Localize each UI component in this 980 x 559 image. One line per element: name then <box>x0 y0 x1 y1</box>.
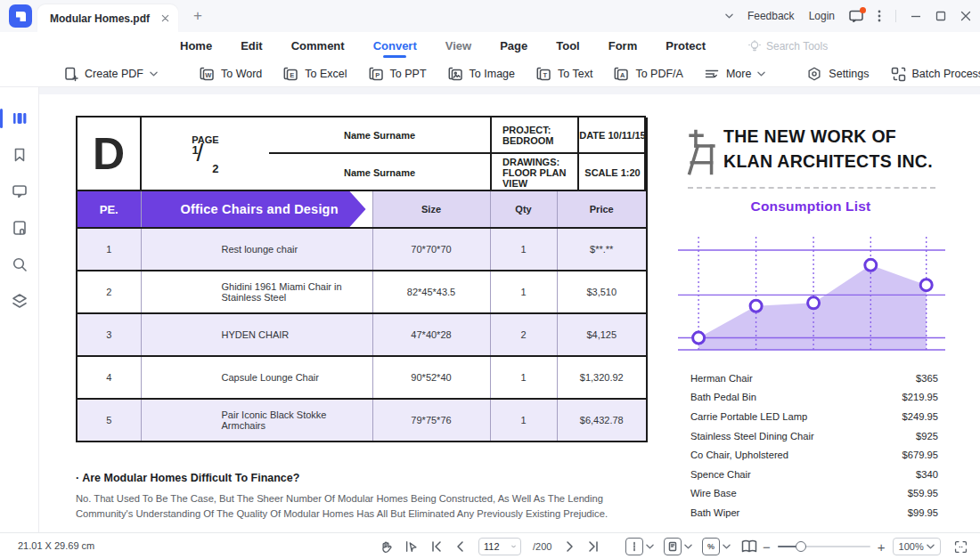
menu-protect[interactable]: Protect <box>666 32 706 61</box>
kebab-menu-icon[interactable] <box>878 10 881 22</box>
sidebar-item-thumbnails[interactable] <box>0 100 39 136</box>
close-tab-icon[interactable] <box>161 14 169 22</box>
search-tools[interactable]: Search Tools <box>748 40 828 53</box>
zoom-slider[interactable] <box>778 541 870 552</box>
zoom-mode-button[interactable]: % <box>702 538 731 555</box>
new-tab-icon[interactable]: + <box>189 7 207 25</box>
item-price: $249.95 <box>902 411 938 422</box>
to-pdfa-button[interactable]: A To PDF/A <box>613 66 683 82</box>
zoom-in-icon[interactable]: + <box>878 540 886 554</box>
row-pe: 5 <box>77 399 141 442</box>
to-word-label: To Word <box>221 68 262 80</box>
zoom-level-box[interactable]: 100% <box>893 538 941 555</box>
menu-comment[interactable]: Comment <box>291 32 345 61</box>
chevron-down-icon <box>723 544 731 549</box>
slider-knob[interactable] <box>796 541 806 552</box>
settings-gear-icon <box>806 66 822 82</box>
row-price: $3,510 <box>557 271 647 313</box>
search-tools-label: Search Tools <box>766 40 828 53</box>
divider <box>895 10 896 22</box>
batch-process-button[interactable]: Batch Process <box>890 66 980 82</box>
settings-button[interactable]: Settings <box>806 66 869 82</box>
row-size: 47*40*28 <box>372 313 490 356</box>
batch-process-label: Batch Process <box>912 68 980 80</box>
sidebar-item-bookmarks[interactable] <box>0 136 39 173</box>
last-page-icon[interactable] <box>587 540 600 553</box>
sidebar-item-search[interactable] <box>0 246 39 282</box>
more-button[interactable]: More <box>704 66 765 82</box>
zoom-out-icon[interactable]: − <box>763 540 771 554</box>
title-bar: Modular Homes.pdf + Feedback Login <box>0 0 980 32</box>
app-logo[interactable] <box>9 4 32 28</box>
to-pdfa-label: To PDF/A <box>635 68 683 80</box>
scroll-mode-button[interactable] <box>625 538 654 555</box>
menu-edit[interactable]: Edit <box>241 32 263 61</box>
first-page-icon[interactable] <box>430 540 443 553</box>
next-page-icon[interactable] <box>563 540 576 553</box>
item-price: $925 <box>916 431 938 442</box>
zoom-level: 100% <box>899 541 924 552</box>
book-icon[interactable] <box>740 539 758 555</box>
prev-page-icon[interactable] <box>454 540 467 553</box>
svg-text:E: E <box>290 71 295 79</box>
size-header: Size <box>372 190 490 228</box>
to-text-button[interactable]: T To Text <box>535 66 592 82</box>
faq-question: · Are Modular Homes Difficult To Finance… <box>76 472 299 484</box>
table-header-row: PE. Office Chairs and Design Size Qty Pr… <box>77 190 647 228</box>
to-excel-button[interactable]: E To Excel <box>282 66 347 82</box>
minimize-icon[interactable] <box>911 11 921 21</box>
menu-home[interactable]: Home <box>180 32 212 61</box>
document-viewport: D Name Surname PROJECT: BEDROOM DATE 10/… <box>39 87 980 532</box>
item-price: $365 <box>916 373 938 384</box>
hand-icon[interactable] <box>379 539 393 554</box>
tabs-dropdown-icon[interactable] <box>725 13 733 19</box>
to-image-label: To Image <box>470 68 515 80</box>
to-ppt-label: To PPT <box>390 68 427 80</box>
menu-view[interactable]: View <box>445 32 471 61</box>
menu-form[interactable]: Form <box>608 32 638 61</box>
list-item: Wire Base$59.95 <box>690 484 938 504</box>
row-pe: 2 <box>77 271 141 313</box>
close-window-icon[interactable] <box>960 11 971 21</box>
table-row: 5 Pair Iconic Black Stokke Armchairs 79*… <box>77 399 647 442</box>
title-bar-controls: Feedback Login <box>725 0 971 32</box>
to-image-button[interactable]: To Image <box>447 66 515 82</box>
sidebar-item-attachments[interactable] <box>0 209 39 246</box>
fullscreen-icon[interactable] <box>953 539 968 555</box>
item-name: Bath Pedal Bin <box>690 392 756 402</box>
bookmark-icon <box>11 146 29 164</box>
chevron-down-icon[interactable] <box>511 544 516 549</box>
word-doc-icon: W <box>199 66 215 82</box>
consumption-list-title: Consumption List <box>677 198 944 215</box>
to-ppt-button[interactable]: P To PPT <box>368 66 427 82</box>
date-cell: DATE 10/11/15 <box>579 117 648 154</box>
image-doc-icon <box>447 66 463 82</box>
row-desc: Rest lounge chair <box>141 228 372 271</box>
maximize-icon[interactable] <box>935 11 946 21</box>
menu-page[interactable]: Page <box>500 32 527 61</box>
chevron-down-icon <box>757 71 765 77</box>
excel-doc-icon: E <box>282 66 298 82</box>
tab-title: Modular Homes.pdf <box>50 12 161 25</box>
row-price: $4,125 <box>557 313 647 356</box>
menu-tool[interactable]: Tool <box>556 32 579 61</box>
page-mode-button[interactable] <box>664 538 692 555</box>
page-number-box[interactable] <box>478 538 521 555</box>
to-word-button[interactable]: W To Word <box>199 66 262 82</box>
login-link[interactable]: Login <box>809 10 835 22</box>
feedback-link[interactable]: Feedback <box>747 10 795 22</box>
sidebar-item-layers[interactable] <box>0 282 39 319</box>
page-number-input[interactable] <box>484 541 507 552</box>
create-pdf-button[interactable]: Create PDF <box>62 66 158 82</box>
document-tab[interactable]: Modular Homes.pdf <box>37 4 178 32</box>
text-doc-icon: T <box>535 66 551 82</box>
select-cursor-icon[interactable] <box>404 539 419 554</box>
notification-dot <box>860 7 866 13</box>
menu-convert[interactable]: Convert <box>373 32 417 61</box>
message-icon[interactable] <box>849 10 863 22</box>
row-price: $1,320.92 <box>557 356 647 399</box>
sidebar-item-comments[interactable] <box>0 173 39 209</box>
architects-title-line1: THE NEW WORK OF <box>723 125 933 150</box>
settings-label: Settings <box>829 68 869 80</box>
row-pe: 1 <box>77 228 141 271</box>
